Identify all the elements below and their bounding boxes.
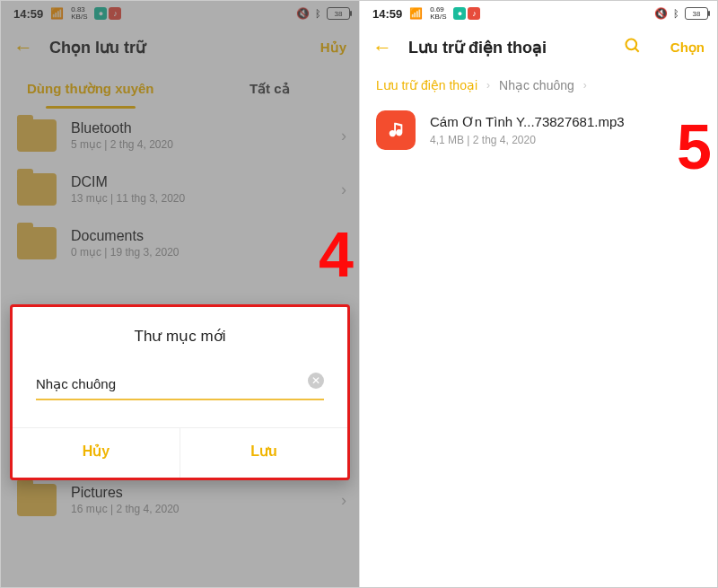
folder-meta: 13 mục | 11 thg 3, 2020 — [71, 192, 327, 205]
tab-frequent-label: Dùng thường xuyên — [27, 81, 154, 97]
step-number-badge: 5 — [677, 111, 712, 183]
svg-point-0 — [626, 39, 636, 49]
music-app-icon: ♪ — [109, 7, 121, 20]
step-number-badge: 4 — [319, 219, 354, 291]
folder-icon — [17, 173, 57, 206]
search-icon[interactable] — [624, 37, 642, 59]
breadcrumb-current: Nhạc chuông — [499, 78, 574, 92]
folder-meta: 0 mục | 19 thg 3, 2020 — [71, 246, 327, 259]
tab-all[interactable]: Tất cả — [180, 69, 360, 109]
clock-time: 14:59 — [372, 7, 402, 21]
chevron-right-icon: › — [486, 79, 490, 92]
folder-icon — [17, 227, 57, 259]
breadcrumb-root[interactable]: Lưu trữ điện thoại — [376, 78, 477, 92]
signal-icon: 📶 — [409, 7, 423, 20]
back-arrow-icon[interactable]: ← — [372, 36, 392, 59]
app-icon-1: ● — [453, 7, 466, 20]
clear-input-icon[interactable]: ✕ — [308, 373, 324, 389]
file-name: Cám Ơn Tình Y...73827681.mp3 — [430, 114, 705, 130]
tabs: Dùng thường xuyên Tất cả — [1, 69, 359, 109]
clock-time: 14:59 — [13, 7, 43, 21]
mute-icon: 🔇 — [296, 7, 310, 20]
screen-step-4: 14:59 📶 0.83 KB/S ● ♪ 🔇 ᛒ 38 ← Chọn lưu … — [1, 1, 359, 587]
bluetooth-icon: ᛒ — [673, 8, 679, 19]
battery-icon: 38 — [327, 7, 350, 20]
app-icon-1: ● — [94, 7, 107, 20]
chevron-right-icon: › — [341, 127, 346, 145]
folder-name-input[interactable] — [36, 371, 324, 400]
select-button[interactable]: Chọn — [670, 39, 705, 56]
chevron-right-icon: › — [341, 180, 346, 199]
battery-icon: 38 — [685, 7, 708, 20]
header-bar: ← Lưu trữ điện thoại Chọn — [360, 26, 717, 69]
chevron-right-icon: › — [583, 79, 587, 92]
page-title: Chọn lưu trữ — [49, 38, 304, 57]
tab-all-label: Tất cả — [250, 81, 290, 97]
breadcrumb: Lưu trữ điện thoại › Nhạc chuông › — [360, 69, 717, 98]
folder-meta: 5 mục | 2 thg 4, 2020 — [71, 138, 327, 151]
chevron-right-icon: › — [341, 491, 346, 510]
folder-item[interactable]: DCIM 13 mục | 11 thg 3, 2020 › — [1, 162, 359, 216]
file-meta: 4,1 MB | 2 thg 4, 2020 — [430, 134, 705, 146]
bluetooth-icon: ᛒ — [315, 8, 321, 19]
svg-line-1 — [635, 48, 638, 51]
back-arrow-icon[interactable]: ← — [13, 36, 33, 59]
folder-name: Pictures — [71, 485, 327, 501]
folder-icon — [17, 484, 57, 516]
dialog-title: Thư mục mới — [13, 307, 347, 371]
dialog-save-button[interactable]: Lưu — [180, 428, 347, 478]
folder-name: Bluetooth — [71, 120, 327, 136]
folder-item[interactable]: Pictures 16 mục | 2 thg 4, 2020 › — [1, 473, 359, 527]
mute-icon: 🔇 — [654, 7, 668, 20]
page-title: Lưu trữ điện thoại — [408, 38, 608, 57]
folder-item[interactable]: Bluetooth 5 mục | 2 thg 4, 2020 › — [1, 109, 359, 162]
tab-frequent[interactable]: Dùng thường xuyên — [1, 69, 180, 109]
status-bar: 14:59 📶 0.83 KB/S ● ♪ 🔇 ᛒ 38 — [1, 1, 359, 26]
network-speed: 0.83 KB/S — [71, 6, 87, 21]
screen-step-5: 14:59 📶 0.69 KB/S ● ♪ 🔇 ᛒ 38 ← Lưu trữ đ… — [359, 1, 717, 587]
music-file-icon — [376, 110, 416, 150]
folder-name: DCIM — [71, 174, 327, 190]
folder-name: Documents — [71, 228, 327, 244]
folder-item[interactable]: Documents 0 mục | 19 thg 3, 2020 › — [1, 216, 359, 270]
header-bar: ← Chọn lưu trữ Hủy — [1, 26, 359, 69]
dialog-cancel-button[interactable]: Hủy — [13, 428, 180, 478]
cancel-button[interactable]: Hủy — [320, 39, 346, 56]
music-app-icon: ♪ — [468, 7, 480, 20]
status-bar: 14:59 📶 0.69 KB/S ● ♪ 🔇 ᛒ 38 — [360, 1, 717, 26]
network-speed: 0.69 KB/S — [430, 6, 446, 21]
file-item[interactable]: Cám Ơn Tình Y...73827681.mp3 4,1 MB | 2 … — [360, 98, 717, 162]
folder-meta: 16 mục | 2 thg 4, 2020 — [71, 503, 327, 515]
folder-icon — [17, 119, 57, 152]
signal-icon: 📶 — [50, 7, 64, 20]
new-folder-dialog: Thư mục mới ✕ Hủy Lưu — [10, 304, 350, 480]
